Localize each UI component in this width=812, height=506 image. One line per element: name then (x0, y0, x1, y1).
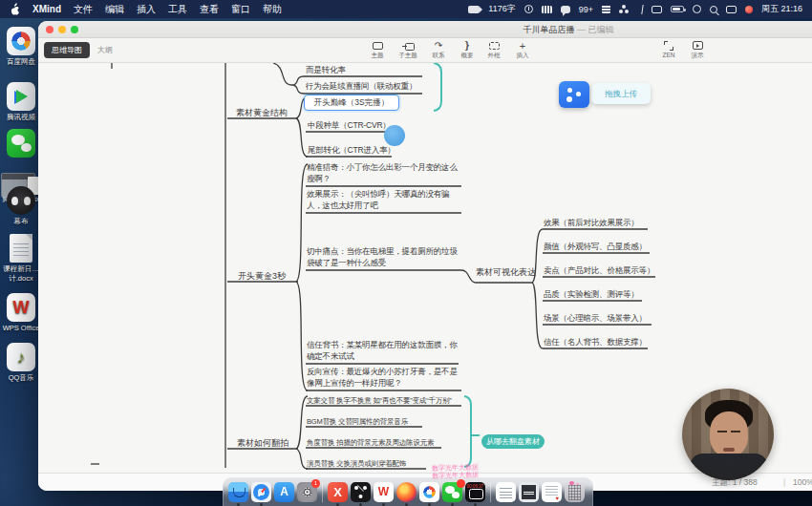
spotlight-search-icon[interactable] (710, 6, 717, 13)
topic-trust-endorsement[interactable]: 信任背书：某某明星都在用的这款面膜，你确定不来试试 (307, 340, 462, 362)
topic-how-to-remake[interactable]: 素材如何翻拍 (237, 437, 288, 450)
dock-safari-icon[interactable] (251, 482, 271, 502)
topic-vis-selling-point[interactable]: 卖点（产品对比、价格展示等） (544, 265, 656, 277)
desktop-icon-wps[interactable]: WPS Office (0, 293, 42, 332)
desktop-icon-course-docx[interactable]: 课程新日…计.docx (0, 234, 42, 284)
summary-button[interactable]: } 概要 (453, 40, 481, 60)
webcam-overlay[interactable] (682, 389, 774, 480)
menubar-datetime[interactable]: 周五 21:16 (761, 3, 802, 15)
dock-firefox-icon[interactable] (396, 482, 417, 502)
topic-tail-conversion[interactable]: 尾部转化（CTR进入率） (308, 145, 413, 157)
menu-tools[interactable]: 工具 (168, 3, 187, 16)
presenter-hair (705, 400, 753, 431)
zen-mode-button[interactable]: ZEN (654, 40, 683, 58)
word-count-status[interactable]: 1176字 (488, 3, 515, 15)
menu-edit[interactable]: 编辑 (105, 3, 124, 16)
menu-help[interactable]: 帮助 (263, 3, 282, 16)
display-status-icon[interactable] (726, 6, 737, 13)
desktop-icon-label: QQ音乐 (0, 373, 42, 383)
boundary-button[interactable]: 外框 (480, 40, 508, 60)
topic-top-1[interactable]: 而是转化率 (306, 65, 459, 76)
dock-screen-recorder-icon[interactable]: 00:06:37 (465, 482, 485, 502)
menu-bar: XMind 文件 编辑 插入 工具 查看 窗口 帮助 1176字 99+ 周五 (0, 0, 812, 18)
topic-opening-peak-selected[interactable]: 开头巅峰（3S完播） (304, 95, 399, 111)
menu-insert[interactable]: 插入 (137, 3, 156, 16)
subtopic-button[interactable]: 子主题 (394, 40, 422, 60)
summary-tag-where-to-find-material[interactable]: 从哪去翻盘素材 (481, 434, 545, 449)
drag-handle-dot[interactable] (384, 125, 405, 146)
menu-file[interactable]: 文件 (74, 3, 93, 16)
dock-trash-icon[interactable] (565, 482, 585, 502)
bluetooth-status-icon[interactable] (636, 5, 643, 14)
zoom-level[interactable]: 100% (793, 477, 812, 487)
record-status-icon[interactable] (745, 6, 753, 13)
topic-vis-effect[interactable]: 效果（前后对比效果展示） (544, 218, 651, 229)
camera-status-icon[interactable] (468, 6, 480, 13)
dock-jianying-icon[interactable] (351, 482, 371, 502)
share-nodes-icon[interactable] (559, 81, 589, 108)
dock-document-icon[interactable] (496, 482, 516, 502)
insert-button[interactable]: + 插入 (508, 40, 537, 60)
docx-icon (10, 234, 32, 263)
topic-pain-point[interactable]: 切中痛点：当你在电梯里，提着厕所的垃圾袋破了是一种什么感受 (307, 246, 462, 268)
insert-icon: + (508, 40, 537, 51)
apple-logo-icon[interactable] (10, 3, 20, 15)
topic-button[interactable]: 主题 (363, 40, 392, 60)
ime-status-icon[interactable] (602, 5, 610, 13)
window-titlebar[interactable]: 千川单品店播 — 已编辑 (38, 21, 812, 38)
dock-finder-icon[interactable] (228, 482, 248, 502)
tab-outline[interactable]: 大纲 (97, 45, 113, 55)
tab-mindmap[interactable]: 思维导图 (44, 42, 90, 58)
chat-status-icon[interactable] (561, 6, 570, 13)
topic-vis-looks[interactable]: 颜值（外观特写、凸显质感） (544, 242, 651, 253)
topic-actor-swap[interactable]: 演员替换 交换演员或则穿着配饰 (307, 458, 406, 470)
desktop-icon-qq-music[interactable]: QQ音乐 (0, 343, 42, 383)
desktop-icon-label: 腾讯视频 (0, 113, 42, 122)
topic-vis-trust[interactable]: 信任（名人背书、数据支撑） (544, 337, 649, 348)
desktop-icon-tencent-video[interactable]: 腾讯视频 (0, 82, 42, 122)
clock-status-icon[interactable] (524, 5, 533, 13)
presenter-mouth (723, 448, 735, 452)
dock-settings-icon[interactable]: 1 (297, 482, 317, 502)
watermark: 数字光年大数据 数字光年大数据 (432, 463, 480, 480)
upload-widget-label[interactable]: 拖拽上传 (591, 83, 651, 104)
window-toolbar: 思维导图 大纲 主题 子主题 ↷ 联系 } 概要 外框 (38, 38, 812, 63)
dock-app-store-icon[interactable] (274, 482, 294, 502)
keyboard-status-icon[interactable] (542, 6, 552, 13)
topic-effect-show[interactable]: 效果展示：（尖叫惊呼）天哪真的没有骗人，这也太好用了吧 (307, 189, 462, 211)
present-icon (693, 41, 703, 50)
menu-window[interactable]: 窗口 (231, 3, 250, 16)
settings-badge: 1 (311, 479, 320, 488)
menubar-app-name[interactable]: XMind (32, 4, 61, 14)
topic-top-2[interactable]: 行为会延续直播间（联动权重） (306, 81, 459, 93)
dock-notes-icon[interactable] (542, 482, 562, 502)
topic-angle-swap[interactable]: 角度替换 拍摄的背景元素及周边陈设元素 (307, 437, 434, 449)
desktop-icon-baidu-netdisk[interactable]: 百度网盘 (0, 27, 42, 67)
desktop-icon-mubu[interactable]: 幕布 (0, 186, 42, 226)
topic-curiosity-hook[interactable]: 精准猎奇：小丁你怎么出彩一个月变的这么瘦啊？ (307, 162, 462, 184)
dock-baidu-netdisk-icon[interactable] (419, 482, 439, 502)
dock-wps-icon[interactable] (374, 482, 394, 502)
user-status-icon[interactable] (693, 5, 701, 13)
desktop-icon-wechat[interactable] (0, 129, 42, 159)
wechat-icon (7, 129, 35, 158)
present-button[interactable]: 演示 (683, 40, 712, 60)
topic-copy-swap[interactable]: 文案交替 换字不换意 如“再也不要”变成“千万别” (307, 395, 452, 407)
topic-reverse-promo[interactable]: 反向宣传：最近爆火的小苏打牙膏，是不是像网上宣传的一样好用呢？ (307, 367, 462, 389)
share-nodes-status-icon[interactable] (619, 5, 629, 13)
topic-golden-3-seconds[interactable]: 开头黄金3秒 (238, 270, 286, 283)
topic-material-golden-structure[interactable]: 素材黄金结构 (236, 107, 288, 119)
dock-xmind-icon[interactable] (328, 482, 348, 502)
topic-vis-quality[interactable]: 品质（实验检测、测评等） (544, 289, 643, 301)
desktop-icon-label: 百度网盘 (0, 57, 42, 67)
screen-mirroring-status-icon[interactable] (652, 6, 662, 13)
topic-vis-scene[interactable]: 场景（心理暗示、场景带入） (544, 313, 652, 325)
topic-bgm-swap[interactable]: BGM替换 交替同属性的背景音乐 (307, 416, 408, 428)
menu-view[interactable]: 查看 (200, 3, 219, 16)
battery-status-icon[interactable] (671, 6, 684, 12)
dock-preview-icon[interactable] (519, 482, 539, 502)
dock-wechat-icon[interactable] (442, 482, 462, 502)
relationship-button[interactable]: ↷ 联系 (424, 40, 453, 60)
upload-widget[interactable]: 拖拽上传 (559, 81, 651, 108)
topic-visual-expression[interactable]: 素材可视化表达 (476, 266, 536, 279)
